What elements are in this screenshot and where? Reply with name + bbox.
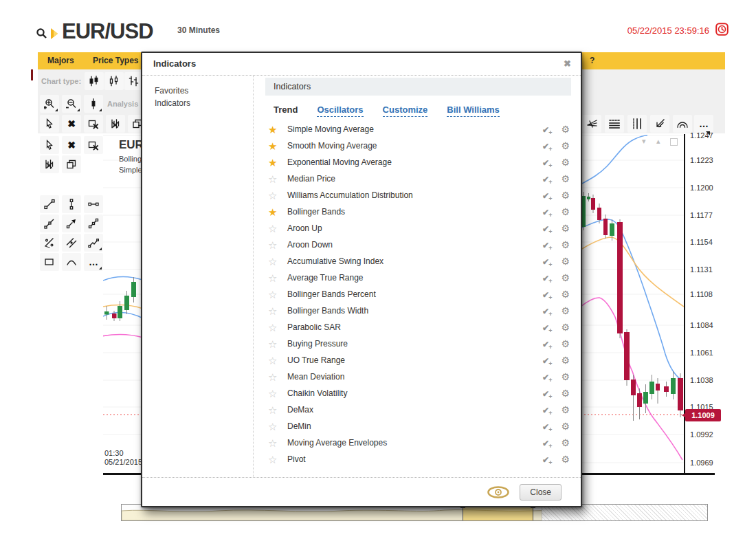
add-indicator-icon[interactable]: ✔+ bbox=[542, 140, 553, 152]
menu-tab-price-types[interactable]: Price Types bbox=[93, 56, 138, 65]
indicator-row[interactable]: ☆ DeMin ✔+ ⚙ bbox=[265, 418, 571, 434]
add-indicator-icon[interactable]: ✔+ bbox=[542, 222, 553, 234]
arc-tool-button[interactable] bbox=[62, 253, 81, 271]
indicator-row[interactable]: ★ Bollinger Bands ✔+ ⚙ bbox=[265, 204, 571, 220]
nav-item-favorites[interactable]: Favorites bbox=[155, 85, 253, 97]
favorite-star-icon[interactable]: ☆ bbox=[268, 240, 280, 250]
close-button[interactable]: Close bbox=[520, 484, 562, 500]
add-indicator-icon[interactable]: ✔+ bbox=[542, 255, 553, 267]
favorite-star-icon[interactable]: ☆ bbox=[268, 405, 280, 415]
add-indicator-icon[interactable]: ✔+ bbox=[542, 173, 553, 185]
favorite-star-icon[interactable]: ☆ bbox=[268, 454, 280, 465]
indicator-row[interactable]: ☆ Mean Deviation ✔+ ⚙ bbox=[265, 368, 571, 385]
add-indicator-icon[interactable]: ✔+ bbox=[542, 437, 553, 449]
eye-icon[interactable] bbox=[487, 485, 510, 499]
delete-selected-button[interactable] bbox=[84, 115, 103, 133]
favorite-star-icon[interactable]: ★ bbox=[268, 141, 280, 151]
collapse-icon[interactable]: ▾ bbox=[642, 137, 646, 146]
extended-line-tool-button[interactable] bbox=[84, 214, 103, 232]
indicator-row[interactable]: ☆ Average True Range ✔+ ⚙ bbox=[265, 270, 571, 286]
indicator-settings-icon[interactable]: ⚙ bbox=[561, 372, 570, 382]
indicator-settings-icon[interactable]: ⚙ bbox=[561, 273, 570, 283]
add-indicator-icon[interactable]: ✔+ bbox=[542, 338, 553, 350]
tab-bill-williams[interactable]: Bill Williams bbox=[447, 104, 499, 117]
indicator-row[interactable]: ☆ Bollinger Bands Percent ✔+ ⚙ bbox=[265, 286, 571, 302]
add-indicator-icon[interactable]: ✔+ bbox=[542, 156, 553, 168]
arrow-tool-button[interactable] bbox=[650, 115, 669, 133]
delete-tool-button[interactable]: ✖ bbox=[62, 115, 81, 133]
pointer-tool-button[interactable] bbox=[40, 115, 59, 133]
indicator-row[interactable]: ★ Simple Moving Average ✔+ ⚙ bbox=[265, 121, 571, 138]
tab-trend[interactable]: Trend bbox=[274, 104, 298, 117]
vertical-line-tool-button[interactable] bbox=[62, 195, 81, 213]
indicator-row[interactable]: ★ Smooth Moving Average ✔+ ⚙ bbox=[265, 138, 571, 154]
indicator-row[interactable]: ☆ UO True Range ✔+ ⚙ bbox=[265, 352, 571, 368]
indicator-settings-icon[interactable]: ⚙ bbox=[561, 174, 570, 184]
pointer-tool-button[interactable] bbox=[40, 136, 59, 154]
favorite-star-icon[interactable]: ☆ bbox=[268, 372, 280, 382]
indicator-row[interactable]: ☆ Aroon Up ✔+ ⚙ bbox=[265, 220, 571, 236]
add-indicator-icon[interactable]: ✔+ bbox=[542, 371, 553, 383]
tab-oscillators[interactable]: Oscillators bbox=[317, 104, 363, 117]
indicator-settings-icon[interactable]: ⚙ bbox=[561, 240, 570, 250]
parallel-channel-tool-button[interactable] bbox=[62, 234, 81, 252]
indicator-row[interactable]: ☆ Accumulative Swing Index ✔+ ⚙ bbox=[265, 253, 571, 270]
duplicate-button[interactable] bbox=[62, 155, 81, 173]
rectangle-tool-button[interactable] bbox=[40, 253, 59, 271]
indicator-settings-icon[interactable]: ⚙ bbox=[561, 355, 570, 365]
add-indicator-icon[interactable]: ✔+ bbox=[542, 123, 553, 135]
zoom-out-button[interactable] bbox=[62, 95, 81, 113]
indicator-settings-icon[interactable]: ⚙ bbox=[561, 223, 570, 233]
trend-arrow-tool-button[interactable] bbox=[62, 214, 81, 232]
indicator-settings-icon[interactable]: ⚙ bbox=[561, 207, 570, 217]
add-indicator-icon[interactable]: ✔+ bbox=[542, 305, 553, 317]
remove-indicators-button[interactable] bbox=[106, 115, 125, 133]
zoom-in-button[interactable] bbox=[40, 95, 59, 113]
favorite-star-icon[interactable]: ☆ bbox=[268, 322, 280, 333]
indicator-settings-icon[interactable]: ⚙ bbox=[561, 454, 570, 464]
indicator-row[interactable]: ☆ Parabolic SAR ✔+ ⚙ bbox=[265, 319, 571, 336]
indicator-settings-icon[interactable]: ⚙ bbox=[561, 256, 570, 266]
favorite-star-icon[interactable]: ★ bbox=[268, 157, 280, 168]
favorite-star-icon[interactable]: ☆ bbox=[268, 339, 280, 349]
tab-customize[interactable]: Customize bbox=[383, 104, 428, 117]
add-indicator-icon[interactable]: ✔+ bbox=[542, 206, 553, 218]
indicator-row[interactable]: ★ Exponential Moving Average ✔+ ⚙ bbox=[265, 154, 571, 170]
indicator-settings-icon[interactable]: ⚙ bbox=[561, 124, 570, 134]
polyline-tool-button[interactable] bbox=[84, 234, 103, 252]
more-drawing-tools-button[interactable]: … bbox=[84, 253, 103, 271]
indicator-row[interactable]: ☆ Aroon Down ✔+ ⚙ bbox=[265, 236, 571, 253]
favorite-star-icon[interactable]: ☆ bbox=[268, 421, 280, 432]
price-axis[interactable]: 1.12471.12231.12001.11771.11541.11311.11… bbox=[688, 0, 729, 550]
fibonacci-retracement-tool-button[interactable] bbox=[40, 234, 59, 252]
candle-settings-button[interactable] bbox=[84, 95, 103, 113]
add-indicator-icon[interactable]: ✔+ bbox=[542, 321, 553, 333]
favorite-star-icon[interactable]: ☆ bbox=[268, 355, 280, 366]
maximize-icon[interactable] bbox=[670, 138, 678, 146]
add-indicator-icon[interactable]: ✔+ bbox=[542, 354, 553, 366]
chart-type-hollow-candles-button[interactable] bbox=[104, 72, 124, 90]
add-indicator-icon[interactable]: ✔+ bbox=[542, 189, 553, 201]
indicator-row[interactable]: ☆ Buying Pressure ✔+ ⚙ bbox=[265, 336, 571, 352]
indicator-settings-icon[interactable]: ⚙ bbox=[561, 339, 570, 349]
favorite-star-icon[interactable]: ☆ bbox=[268, 174, 280, 184]
indicator-settings-icon[interactable]: ⚙ bbox=[561, 405, 570, 415]
add-indicator-icon[interactable]: ✔+ bbox=[542, 272, 553, 284]
nav-item-indicators[interactable]: Indicators bbox=[155, 97, 253, 109]
trend-line-tool-button[interactable] bbox=[40, 195, 59, 213]
favorite-star-icon[interactable]: ☆ bbox=[268, 289, 280, 300]
indicator-settings-icon[interactable]: ⚙ bbox=[561, 190, 570, 200]
favorite-star-icon[interactable]: ★ bbox=[268, 207, 280, 217]
indicator-row[interactable]: ☆ Moving Average Envelopes ✔+ ⚙ bbox=[265, 434, 571, 451]
indicator-row[interactable]: ☆ DeMax ✔+ ⚙ bbox=[265, 402, 571, 418]
menu-tab-help[interactable]: ? bbox=[590, 56, 594, 65]
indicator-row[interactable]: ☆ Williams Accumulation Distribution ✔+ … bbox=[265, 187, 571, 204]
remove-indicators-button[interactable] bbox=[40, 155, 59, 173]
ray-tool-button[interactable] bbox=[40, 214, 59, 232]
delete-selected-button[interactable] bbox=[84, 136, 103, 154]
pitchfork-tool-button[interactable] bbox=[582, 115, 601, 133]
close-icon[interactable]: ✖ bbox=[564, 58, 571, 69]
favorite-star-icon[interactable]: ☆ bbox=[268, 190, 280, 201]
favorite-star-icon[interactable]: ☆ bbox=[268, 306, 280, 316]
indicator-row[interactable]: ☆ Chaikin Volatility ✔+ ⚙ bbox=[265, 385, 571, 402]
